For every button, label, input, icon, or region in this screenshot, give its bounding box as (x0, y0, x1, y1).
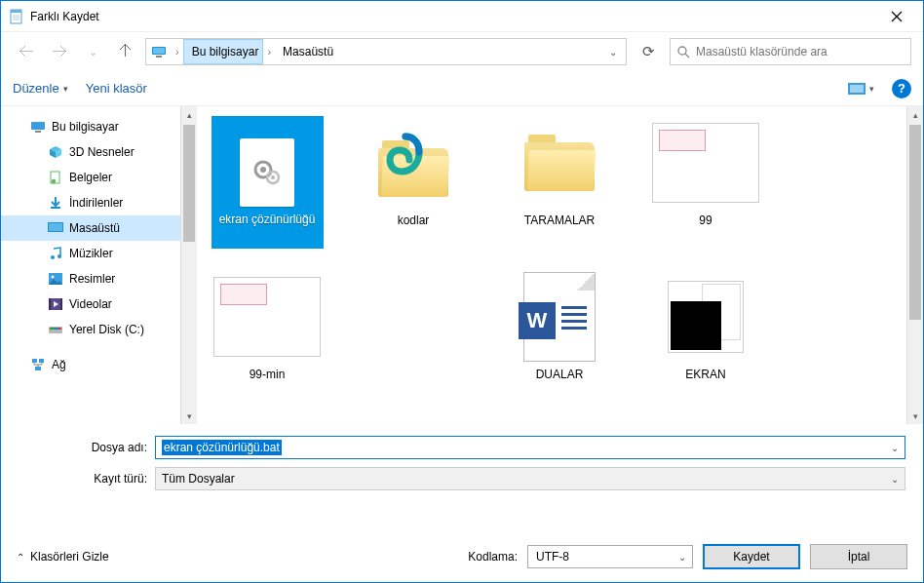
file-scrollbar[interactable]: ▴ ▾ (906, 106, 923, 424)
chevron-down-icon[interactable]: ⌄ (891, 443, 899, 453)
tree-music[interactable]: Müzikler (1, 241, 180, 266)
breadcrumb-current[interactable]: Masaüstü (275, 39, 337, 64)
scroll-down-icon[interactable]: ▾ (181, 408, 197, 424)
tree-local-disk[interactable]: Yerel Disk (C:) (1, 317, 180, 342)
pictures-icon (48, 271, 63, 287)
download-icon (48, 195, 63, 211)
tree-pictures[interactable]: Resimler (1, 266, 180, 292)
search-input[interactable] (696, 45, 905, 58)
pc-icon[interactable] (146, 39, 172, 64)
filetype-select[interactable]: Tüm Dosyalar ⌄ (155, 467, 905, 490)
cube-icon (48, 144, 63, 160)
cancel-label: İptal (848, 550, 870, 564)
chevron-right-icon[interactable]: › (172, 46, 183, 58)
scroll-thumb[interactable] (909, 125, 921, 320)
up-button[interactable]: 🡡 (112, 38, 139, 65)
window-title: Farklı Kaydet (30, 10, 874, 23)
svg-rect-18 (49, 223, 62, 231)
forward-button[interactable]: 🡢 (46, 38, 73, 65)
file-dualar[interactable]: W DUALAR (501, 270, 618, 381)
folder-icon (506, 116, 613, 210)
chevron-down-icon[interactable]: ⌄ (891, 474, 899, 485)
tree-label: 3D Nesneler (69, 145, 135, 159)
chevron-right-icon[interactable]: › (263, 46, 275, 58)
help-button[interactable]: ? (892, 79, 911, 98)
tree-scrollbar[interactable]: ▴ ▾ (180, 106, 197, 424)
svg-rect-1 (11, 10, 21, 13)
file-99[interactable]: 99 (647, 116, 764, 249)
tree-documents[interactable]: Belgeler (1, 165, 180, 190)
scroll-thumb[interactable] (183, 125, 195, 242)
refresh-button[interactable]: ⟳ (633, 38, 664, 65)
tree-network[interactable]: Ağ (1, 352, 180, 377)
organize-label: Düzenle (13, 81, 59, 96)
music-icon (48, 246, 63, 261)
view-button[interactable]: ▾ (848, 81, 874, 97)
svg-rect-11 (850, 85, 864, 93)
encoding-label: Kodlama: (468, 550, 518, 564)
svg-rect-24 (49, 298, 51, 310)
middle-pane: Bu bilgisayar 3D Nesneler Belgeler İndir… (1, 106, 923, 424)
tree-label: Ağ (52, 358, 66, 371)
filename-label: Dosya adı: (69, 441, 147, 454)
desktop-icon (48, 220, 63, 236)
close-button[interactable] (874, 2, 919, 31)
image-icon (213, 270, 321, 364)
svg-rect-29 (58, 328, 61, 330)
tree-3d-objects[interactable]: 3D Nesneler (1, 139, 180, 165)
filename-input[interactable]: ekran çözünürlüğü.bat ⌄ (155, 436, 905, 459)
file-label: 99-min (250, 368, 286, 381)
scroll-down-icon[interactable]: ▾ (907, 408, 923, 424)
breadcrumb-root[interactable]: Bu bilgisayar (183, 39, 264, 64)
chevron-down-icon[interactable]: ⌄ (678, 552, 686, 563)
tree-this-pc[interactable]: Bu bilgisayar (1, 114, 180, 139)
file-label: kodlar (398, 214, 430, 227)
back-button[interactable]: 🡠 (13, 38, 40, 65)
tree-label: Videolar (69, 297, 112, 311)
file-list[interactable]: ekran çözünürlüğü kodlar TARAMALAR (197, 106, 906, 424)
scroll-up-icon[interactable]: ▴ (181, 106, 197, 123)
tree-label: Bu bilgisayar (52, 120, 119, 134)
breadcrumb[interactable]: › Bu bilgisayar › Masaüstü ⌄ (145, 38, 627, 65)
nav-tree: Bu bilgisayar 3D Nesneler Belgeler İndir… (1, 106, 180, 424)
tree-desktop[interactable]: Masaüstü (1, 215, 180, 241)
file-99-min[interactable]: 99-min (209, 270, 326, 381)
network-icon (30, 357, 46, 372)
save-form: Dosya adı: ekran çözünürlüğü.bat ⌄ Kayıt… (1, 424, 923, 496)
tree-videos[interactable]: Videolar (1, 292, 180, 317)
search-icon (676, 45, 690, 58)
filetype-value: Tüm Dosyalar (162, 472, 235, 486)
pc-icon (30, 119, 46, 135)
svg-rect-12 (31, 122, 45, 130)
svg-rect-32 (35, 367, 41, 370)
encoding-select[interactable]: UTF-8 ⌄ (527, 545, 693, 568)
organize-button[interactable]: Düzenle▾ (13, 81, 68, 96)
word-file-icon: W (506, 270, 613, 364)
save-button[interactable]: Kaydet (703, 544, 800, 569)
file-taramalar[interactable]: TARAMALAR (501, 116, 618, 249)
breadcrumb-root-label: Bu bilgisayar (192, 45, 259, 58)
file-ekran[interactable]: EKRAN (647, 270, 764, 381)
svg-point-20 (58, 254, 61, 258)
svg-rect-27 (50, 328, 55, 330)
svg-rect-30 (32, 359, 37, 363)
file-ekran-cozunurlugu[interactable]: ekran çözünürlüğü (209, 116, 326, 249)
new-folder-button[interactable]: Yeni klasör (86, 81, 147, 96)
file-kodlar[interactable]: kodlar (355, 116, 472, 249)
file-label: 99 (699, 214, 712, 227)
search-box[interactable] (670, 38, 911, 65)
notepad-icon (9, 9, 24, 24)
svg-point-15 (52, 179, 56, 183)
file-label: EKRAN (685, 368, 725, 381)
recent-dropdown[interactable]: ⌄ (79, 38, 106, 65)
hide-folders-button[interactable]: ⌃ Klasörleri Gizle (17, 550, 109, 564)
chevron-up-icon: ⌃ (17, 552, 24, 563)
tree-downloads[interactable]: İndirilenler (1, 190, 180, 215)
tree-label: Resimler (69, 272, 115, 286)
cancel-button[interactable]: İptal (810, 544, 907, 569)
svg-rect-25 (60, 298, 62, 310)
save-label: Kaydet (733, 550, 769, 564)
tree-label: İndirilenler (69, 196, 123, 210)
scroll-up-icon[interactable]: ▴ (907, 106, 923, 123)
breadcrumb-dropdown[interactable]: ⌄ (600, 47, 626, 58)
